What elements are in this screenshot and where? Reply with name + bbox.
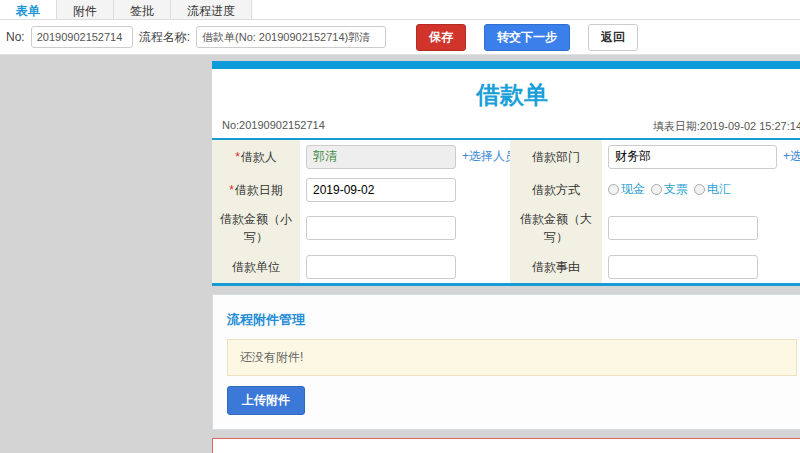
save-button[interactable]: 保存	[416, 24, 466, 51]
amount-big-field	[602, 206, 800, 250]
loan-reason-label-text: 借款事由	[532, 258, 580, 276]
radio-cheque-label: 支票	[664, 181, 688, 198]
borrower-field: +选择人员	[300, 140, 510, 173]
radio-wire-label: 电汇	[707, 181, 731, 198]
back-button[interactable]: 返回	[588, 24, 638, 51]
attachments-panel: 流程附件管理 还没有附件! 上传附件	[212, 294, 800, 430]
radio-circle-icon[interactable]	[694, 184, 705, 195]
no-label: No:	[6, 30, 25, 44]
select-dept-link[interactable]: +选择部门	[783, 148, 800, 165]
loan-unit-field	[300, 250, 510, 283]
radio-cheque[interactable]: 支票	[651, 181, 688, 198]
amount-small-label-text: 借款金额（小写）	[218, 210, 294, 246]
borrower-label-text: 借款人	[241, 148, 277, 166]
radio-circle-icon[interactable]	[608, 184, 619, 195]
forward-next-button[interactable]: 转交下一步	[484, 24, 570, 51]
tab-attachments[interactable]: 附件	[57, 0, 114, 19]
select-person-link[interactable]: +选择人员	[462, 148, 517, 165]
no-attachments-alert: 还没有附件!	[227, 339, 797, 376]
amount-big-input[interactable]	[608, 216, 758, 240]
amount-big-label-text: 借款金额（大写）	[516, 210, 596, 246]
loan-unit-label: 借款单位	[212, 250, 300, 283]
loan-method-field: 现金 支票 电汇	[602, 173, 800, 206]
required-asterisk: *	[229, 181, 234, 199]
tab-bar: 表单 附件 签批 流程进度	[0, 0, 800, 20]
loan-unit-label-text: 借款单位	[232, 258, 280, 276]
radio-cash-label: 现金	[621, 181, 645, 198]
no-input[interactable]	[31, 26, 133, 48]
radio-wire[interactable]: 电汇	[694, 181, 731, 198]
loan-date-label-text: 借款日期	[235, 181, 283, 199]
loan-method-label: 借款方式	[510, 173, 602, 206]
required-asterisk: *	[235, 148, 240, 166]
dept-label: 借款部门	[510, 140, 602, 173]
workspace: 借款单 No:20190902152714 填表日期:2019-09-02 15…	[0, 55, 800, 453]
tab-signoff[interactable]: 签批	[114, 0, 171, 19]
loan-date-input[interactable]	[306, 178, 456, 202]
amount-small-label: 借款金额（小写）	[212, 206, 300, 250]
flow-name-input[interactable]	[196, 26, 386, 48]
dept-input[interactable]	[608, 145, 777, 169]
loan-method-label-text: 借款方式	[532, 181, 580, 199]
loan-reason-field	[602, 250, 800, 283]
loan-date-field	[300, 173, 510, 206]
amount-small-input[interactable]	[306, 216, 456, 240]
loan-form-panel: 借款单 No:20190902152714 填表日期:2019-09-02 15…	[212, 61, 800, 286]
borrower-label: * 借款人	[212, 140, 300, 173]
upload-attachment-button[interactable]: 上传附件	[227, 386, 305, 415]
form-top-accent-bar	[212, 61, 800, 69]
attachments-title: 流程附件管理	[227, 307, 797, 339]
form-head-row: No:20190902152714 填表日期:2019-09-02 15:27:…	[212, 119, 800, 140]
loan-reason-label: 借款事由	[510, 250, 602, 283]
loan-unit-input[interactable]	[306, 255, 456, 279]
loan-date-label: * 借款日期	[212, 173, 300, 206]
approval-panel: 流程签批意见 B I abc	[212, 438, 800, 453]
tab-progress[interactable]: 流程进度	[171, 0, 252, 19]
dept-label-text: 借款部门	[532, 148, 580, 166]
flow-name-label: 流程名称:	[139, 29, 190, 46]
amount-big-label: 借款金额（大写）	[510, 206, 602, 250]
loan-reason-input[interactable]	[608, 255, 758, 279]
radio-circle-icon[interactable]	[651, 184, 662, 195]
amount-small-field	[300, 206, 510, 250]
toolbar: No: 流程名称: 保存 转交下一步 返回	[0, 20, 800, 55]
loan-method-radios: 现金 支票 电汇	[608, 181, 731, 198]
radio-cash[interactable]: 现金	[608, 181, 645, 198]
form-grid: * 借款人 +选择人员 借款部门 +选择部门 * 借款日期	[212, 140, 800, 283]
dept-field: +选择部门	[602, 140, 800, 173]
form-no-text: No:20190902152714	[222, 119, 325, 134]
form-date-text: 填表日期:2019-09-02 15:27:14	[653, 119, 800, 134]
form-title: 借款单	[212, 69, 800, 119]
borrower-input[interactable]	[306, 145, 456, 169]
tab-form[interactable]: 表单	[0, 0, 57, 19]
